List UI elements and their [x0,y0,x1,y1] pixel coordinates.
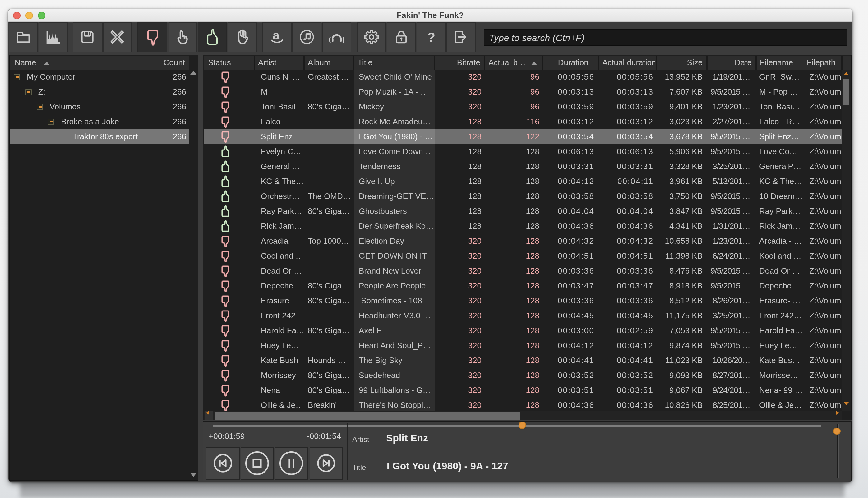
svg-text:?: ? [427,29,435,44]
svg-text:a: a [273,29,280,42]
